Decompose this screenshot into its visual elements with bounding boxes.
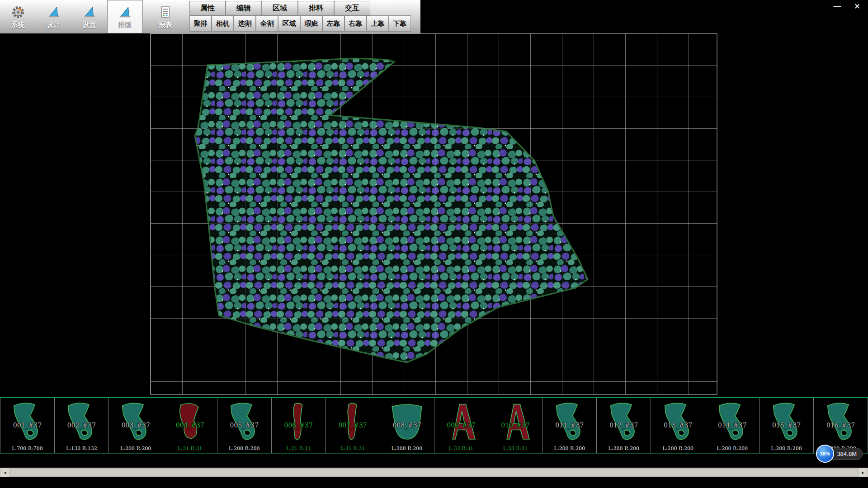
design-button-label: 设计 (47, 21, 61, 29)
thumbnail-item[interactable]: 013_#37 L:200 R:200 (651, 398, 705, 453)
window-controls: — ✕ (832, 2, 863, 11)
settings-icon (82, 5, 97, 20)
hide-nesting-view (0, 33, 868, 397)
nesting-application-window: 系统 设计 设置 (0, 0, 868, 488)
piece-lr-count: L:33 R:31 (488, 446, 542, 451)
thumbnail-strip: 001_#37 L:700 R:700 002_#37 L:132 R:132 … (0, 397, 868, 454)
scroll-track[interactable] (10, 468, 858, 477)
app-mode-buttons: 系统 设计 设置 (0, 0, 183, 33)
system-button[interactable]: 系统 (0, 0, 36, 33)
piece-name: 003_#37 (109, 422, 163, 429)
report-icon (158, 5, 173, 20)
thumbnail-item[interactable]: 002_#37 L:132 R:132 (55, 398, 109, 453)
thumbnail-item[interactable]: 003_#37 L:200 R:200 (109, 398, 163, 453)
piece-name: 014_#37 (705, 422, 759, 429)
piece-name: 005_#37 (217, 422, 271, 429)
design-icon (46, 5, 61, 20)
piece-lr-count: L:200 R:200 (651, 446, 705, 451)
piece-name: 016_#37 (814, 422, 868, 429)
design-button[interactable]: 设计 (36, 0, 71, 33)
thumbnail-item[interactable]: 012_#37 L:200 R:200 (597, 398, 651, 453)
piece-lr-count: L:32 R:31 (434, 446, 488, 451)
thumbnail-item[interactable]: 010_#37 L:33 R:31 (488, 398, 542, 453)
piece-name: 004_#37 (163, 422, 217, 429)
close-button[interactable]: ✕ (852, 2, 863, 11)
thumbnail-item[interactable]: 001_#37 L:700 R:700 (0, 398, 55, 453)
piece-name: 002_#37 (55, 422, 108, 429)
menu-tab[interactable]: 交互 (334, 1, 370, 15)
menu-tab[interactable]: 属性 (189, 1, 226, 15)
nesting-button-label: 排版 (118, 21, 132, 29)
tool-button[interactable]: 上靠 (367, 15, 389, 32)
menu-area: 属性编辑区域排料交互 聚排相机选割全割区域瑕疵左靠右靠上靠下靠 (189, 0, 411, 33)
memory-status: 38% 384.8M (816, 445, 863, 463)
menu-tab[interactable]: 区域 (262, 1, 298, 15)
piece-lr-count: L:200 R:200 (705, 446, 759, 451)
piece-lr-count: L:132 R:132 (55, 446, 108, 451)
scroll-thumb[interactable] (10, 468, 858, 477)
piece-name: 009_#37 (434, 422, 488, 429)
report-button-label: 报表 (159, 21, 172, 29)
piece-name: 001_#37 (0, 422, 54, 429)
tool-button[interactable]: 右靠 (344, 15, 367, 32)
tool-button[interactable]: 左靠 (322, 15, 344, 32)
piece-name: 008_#37 (380, 422, 434, 429)
thumbnail-item[interactable]: 004_#37 L:31 R:31 (163, 398, 217, 453)
thumbnail-item[interactable]: 005_#37 L:200 R:200 (217, 398, 272, 453)
piece-lr-count: L:31 R:31 (326, 446, 380, 451)
nesting-button[interactable]: 排版 (107, 0, 143, 33)
title-toolbar: 系统 设计 设置 (0, 0, 868, 33)
tool-button[interactable]: 相机 (212, 15, 234, 32)
piece-name: 006_#37 (272, 422, 326, 429)
piece-lr-count: L:700 R:700 (0, 446, 54, 451)
settings-button[interactable]: 设置 (71, 0, 107, 33)
piece-lr-count: L:200 R:200 (542, 446, 596, 451)
piece-lr-count: L:200 R:200 (380, 446, 434, 451)
nesting-icon (118, 5, 133, 20)
tool-button[interactable]: 聚排 (189, 15, 212, 32)
thumbnail-item[interactable]: 008_#37 L:200 R:200 (380, 398, 434, 453)
piece-name: 011_#37 (542, 422, 596, 429)
piece-lr-count: L:200 R:200 (760, 446, 813, 451)
piece-name: 013_#37 (651, 422, 705, 429)
menu-tab[interactable]: 排料 (298, 1, 334, 15)
horizontal-scrollbar[interactable]: ◄ ► (0, 468, 868, 477)
scroll-right-arrow[interactable]: ► (858, 468, 868, 477)
gear-icon (10, 5, 26, 20)
thumbnail-item[interactable]: 014_#37 L:200 R:200 (705, 398, 760, 453)
tool-button[interactable]: 区域 (278, 15, 300, 32)
report-button[interactable]: 报表 (147, 0, 183, 33)
piece-lr-count: L:200 R:200 (109, 446, 163, 451)
thumbnail-item[interactable]: 007_#37 L:31 R:31 (326, 398, 380, 453)
piece-lr-count: L:200 R:200 (217, 446, 271, 451)
piece-lr-count: L:31 R:31 (163, 446, 217, 451)
piece-name: 007_#37 (326, 422, 380, 429)
tool-button[interactable]: 全割 (256, 15, 278, 32)
thumbnail-item[interactable]: 006_#37 L:21 R:21 (272, 398, 326, 453)
piece-name: 015_#37 (760, 422, 813, 429)
menu-tab[interactable]: 编辑 (226, 1, 262, 15)
system-button-label: 系统 (11, 21, 25, 29)
minimize-button[interactable]: — (832, 2, 843, 11)
nesting-canvas[interactable] (0, 33, 868, 397)
tool-button[interactable]: 瑕疵 (300, 15, 322, 32)
menu-row-bottom: 聚排相机选割全割区域瑕疵左靠右靠上靠下靠 (189, 15, 411, 32)
piece-name: 012_#37 (597, 422, 651, 429)
thumbnail-item[interactable]: 011_#37 L:200 R:200 (542, 398, 597, 453)
settings-button-label: 设置 (83, 21, 96, 29)
progress-badge: 38% (816, 445, 834, 463)
piece-name: 010_#37 (488, 422, 542, 429)
piece-lr-count: L:21 R:21 (272, 446, 326, 451)
scroll-left-arrow[interactable]: ◄ (0, 468, 10, 477)
thumbnail-item[interactable]: 009_#37 L:32 R:31 (434, 398, 489, 453)
menu-row-top: 属性编辑区域排料交互 (189, 1, 411, 15)
toolbar-panel: 系统 设计 设置 (0, 0, 420, 33)
tool-button[interactable]: 选割 (234, 15, 256, 32)
tool-button[interactable]: 下靠 (389, 15, 411, 32)
thumbnail-item[interactable]: 015_#37 L:200 R:200 (760, 398, 814, 453)
piece-lr-count: L:200 R:200 (597, 446, 651, 451)
